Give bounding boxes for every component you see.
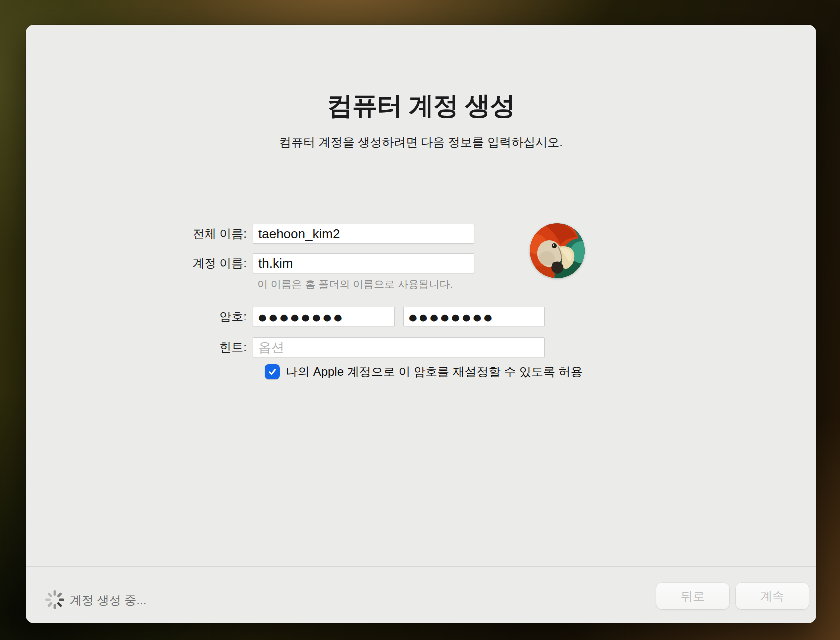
- account-name-input[interactable]: [253, 253, 474, 273]
- status-text: 계정 생성 중...: [70, 592, 146, 609]
- password-input[interactable]: [253, 307, 395, 326]
- account-name-label: 계정 이름:: [137, 256, 247, 271]
- password-label: 암호:: [137, 309, 247, 324]
- footer-divider: [26, 566, 816, 567]
- continue-button[interactable]: 계속: [736, 583, 809, 609]
- allow-apple-id-reset-checkbox[interactable]: [265, 364, 280, 379]
- hint-input[interactable]: [253, 337, 545, 357]
- account-avatar: [530, 223, 585, 278]
- page-title: 컴퓨터 계정 생성: [26, 91, 816, 121]
- checkmark-icon: [267, 366, 278, 377]
- back-button[interactable]: 뒤로: [656, 583, 729, 609]
- parrot-avatar-image: [530, 223, 585, 278]
- full-name-label: 전체 이름:: [137, 226, 247, 241]
- hint-label: 힌트:: [137, 340, 247, 355]
- setup-assistant-window: 컴퓨터 계정 생성 컴퓨터 계정을 생성하려면 다음 정보를 입력하십시오. 전…: [26, 25, 816, 623]
- page-subtitle: 컴퓨터 계정을 생성하려면 다음 정보를 입력하십시오.: [26, 134, 816, 151]
- progress-spinner-icon: [44, 589, 65, 610]
- full-name-input[interactable]: [253, 224, 474, 244]
- password-verify-input[interactable]: [403, 307, 545, 326]
- allow-apple-id-reset-label: 나의 Apple 계정으로 이 암호를 재설정할 수 있도록 허용: [286, 364, 583, 380]
- account-name-helper-text: 이 이름은 홈 폴더의 이름으로 사용됩니다.: [257, 278, 453, 291]
